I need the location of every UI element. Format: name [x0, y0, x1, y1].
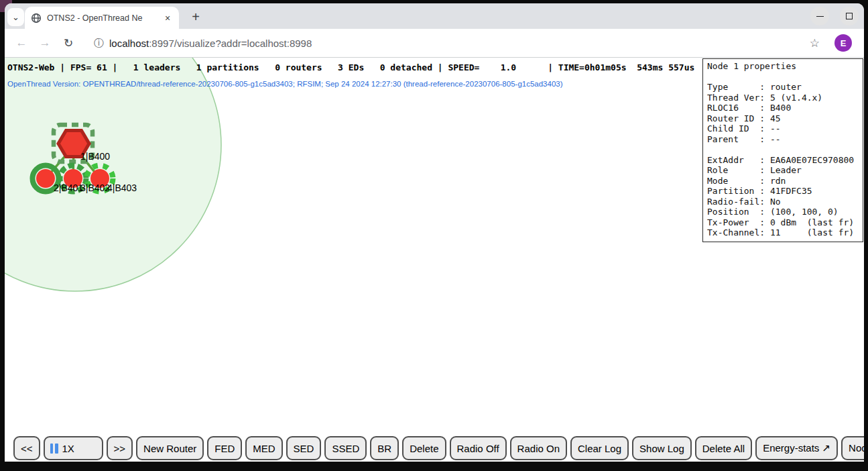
reload-icon[interactable]: ↻: [60, 36, 77, 50]
panel-line: Node 1 properties: [707, 61, 863, 72]
delete-button[interactable]: Delete: [402, 436, 446, 460]
node-2-label: 2|B401: [54, 182, 83, 193]
maximize-button[interactable]: [840, 7, 859, 25]
panel-line: Tx-Channel: 11 (last fr): [707, 227, 863, 238]
panel-line: Mode : rdn: [707, 176, 863, 187]
url-path: :8997/visualize?addr=localhost:8998: [149, 38, 312, 49]
new-tab-button[interactable]: +: [187, 8, 204, 25]
back-icon[interactable]: ←: [13, 36, 30, 50]
panel-line: RLOC16 : B400: [707, 103, 863, 113]
node-2-child[interactable]: [36, 169, 55, 188]
panel-line: [707, 72, 863, 83]
maximize-icon: [846, 13, 853, 19]
chevron-down-icon: ⌄: [12, 12, 19, 22]
sed-button[interactable]: SED: [286, 436, 322, 460]
tab-strip: ⌄ OTNS2 - OpenThread Ne × +: [5, 3, 864, 29]
tab-search-button[interactable]: ⌄: [7, 8, 24, 26]
panel-line: Router ID : 45: [707, 113, 863, 124]
ssed-button[interactable]: SSED: [324, 436, 367, 460]
speed-value: 1X: [62, 443, 74, 454]
med-button[interactable]: MED: [245, 436, 282, 460]
url-bar: ← → ↻ ⓘ localhost:8997/visualize?addr=lo…: [5, 29, 864, 58]
url-host: localhost: [109, 38, 149, 49]
tab-title: OTNS2 - OpenThread Ne: [47, 13, 157, 23]
panel-line: Partition : 41FDFC35: [707, 186, 863, 197]
new-router-button[interactable]: New Router: [136, 436, 204, 460]
panel-line: Role : Leader: [707, 165, 863, 176]
address-field[interactable]: localhost:8997/visualize?addr=localhost:…: [109, 38, 312, 49]
panel-line: [707, 144, 863, 155]
node-4-label: 4|B403: [107, 182, 137, 193]
panel-line: ExtAddr : EA6A0E07EC970800: [707, 155, 863, 166]
bookmark-star-icon[interactable]: ☆: [810, 36, 820, 50]
radio-on-button[interactable]: Radio On: [510, 436, 567, 460]
window-controls: [810, 7, 859, 25]
openthread-version-text: OpenThread Version: OPENTHREAD/thread-re…: [7, 80, 563, 88]
panel-line: Type : router: [707, 82, 863, 93]
minimize-icon: [816, 16, 824, 17]
panel-line: Tx-Power : 0 dBm (last fr): [707, 217, 863, 228]
fed-button[interactable]: FED: [207, 436, 242, 460]
speed-pause-button[interactable]: 1X: [44, 436, 103, 460]
page-info-icon[interactable]: ⓘ: [94, 37, 104, 50]
profile-avatar[interactable]: E: [834, 34, 852, 52]
node-stats-button[interactable]: Node-stats ↗: [841, 436, 864, 460]
globe-icon: [31, 13, 42, 23]
show-log-button[interactable]: Show Log: [632, 436, 692, 460]
panel-line: Radio-fail: No: [707, 197, 863, 207]
energy-stats-button[interactable]: Energy-stats ↗: [755, 436, 838, 460]
radio-off-button[interactable]: Radio Off: [450, 436, 507, 460]
node-properties-panel: Node 1 properties Type : routerThread Ve…: [702, 58, 863, 242]
speed-up-button[interactable]: >>: [107, 436, 133, 460]
tab-otns2[interactable]: OTNS2 - OpenThread Ne ×: [25, 7, 179, 29]
br-button[interactable]: BR: [370, 436, 399, 460]
forward-icon[interactable]: →: [36, 36, 54, 50]
speed-down-button[interactable]: <<: [13, 436, 40, 460]
browser-window: ⌄ OTNS2 - OpenThread Ne × + ← → ↻ ⓘ loca…: [5, 3, 864, 462]
status-bar-text: OTNS2-Web | FPS= 61 | 1 leaders 1 partit…: [7, 62, 694, 72]
simulation-canvas[interactable]: 1|B400 2|B401 3|B402 4|B403 OTNS2-Web | …: [5, 58, 864, 462]
pause-icon: [50, 443, 58, 454]
action-toolbar: << 1X >> New Router FED MED SED SSED BR …: [13, 436, 864, 460]
tab-close-icon[interactable]: ×: [162, 13, 173, 23]
node-1-label: 1|B400: [80, 151, 110, 162]
panel-line: Child ID : --: [707, 123, 863, 134]
delete-all-button[interactable]: Delete All: [695, 436, 752, 460]
minimize-button[interactable]: [810, 7, 829, 25]
panel-line: Parent : --: [707, 134, 863, 145]
node-3-label: 3|B402: [80, 182, 110, 193]
panel-line: Thread Ver: 5 (v1.4.x): [707, 93, 863, 103]
panel-line: Position : (100, 100, 0): [707, 207, 863, 217]
clear-log-button[interactable]: Clear Log: [570, 436, 629, 460]
network-graph: [5, 58, 326, 353]
